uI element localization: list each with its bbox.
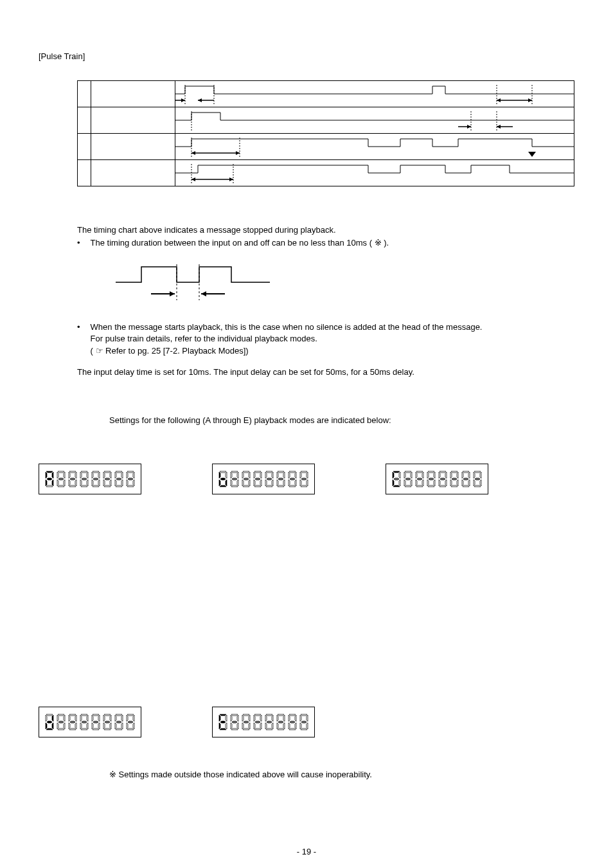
svg-marker-189 <box>463 471 469 473</box>
svg-marker-96 <box>219 472 220 478</box>
svg-marker-271 <box>231 715 232 721</box>
svg-marker-184 <box>457 480 458 486</box>
svg-marker-221 <box>69 723 70 729</box>
svg-marker-282 <box>260 723 262 729</box>
svg-marker-131 <box>277 472 278 478</box>
svg-marker-311 <box>301 728 307 730</box>
svg-marker-87 <box>127 485 134 487</box>
svg-marker-84 <box>127 471 134 473</box>
svg-marker-70 <box>104 471 111 473</box>
svg-marker-81 <box>115 480 116 486</box>
svg-marker-222 <box>69 715 70 721</box>
svg-marker-145 <box>300 472 301 478</box>
svg-marker-163 <box>422 480 423 486</box>
svg-marker-248 <box>116 728 122 730</box>
svg-marker-266 <box>231 714 238 716</box>
svg-marker-263 <box>219 723 220 729</box>
svg-marker-262 <box>220 728 226 730</box>
svg-marker-158 <box>404 480 405 486</box>
svg-marker-220 <box>69 728 76 730</box>
svg-marker-309 <box>306 715 308 721</box>
svg-marker-5 <box>181 98 185 102</box>
svg-marker-286 <box>255 721 260 723</box>
svg-marker-97 <box>220 478 226 480</box>
page-number: - 19 - <box>0 847 613 856</box>
svg-marker-307 <box>290 721 295 723</box>
svg-marker-299 <box>277 715 278 721</box>
svg-marker-132 <box>278 478 283 480</box>
svg-marker-295 <box>283 715 285 721</box>
svg-marker-283 <box>254 728 261 730</box>
svg-marker-147 <box>393 471 400 473</box>
svg-marker-207 <box>46 723 47 729</box>
svg-marker-108 <box>243 485 249 487</box>
svg-marker-199 <box>474 485 481 487</box>
svg-marker-89 <box>127 472 128 478</box>
svg-marker-153 <box>394 478 399 480</box>
timing-chart <box>77 80 574 186</box>
svg-marker-258 <box>128 721 133 723</box>
svg-marker-142 <box>306 480 308 486</box>
svg-marker-53 <box>69 480 70 486</box>
svg-marker-167 <box>417 478 422 480</box>
svg-marker-68 <box>92 472 93 478</box>
svg-marker-183 <box>457 472 458 478</box>
svg-marker-161 <box>416 471 423 473</box>
svg-marker-166 <box>416 472 417 478</box>
svg-marker-227 <box>81 728 87 730</box>
svg-marker-61 <box>80 472 82 478</box>
svg-marker-47 <box>57 472 58 478</box>
svg-marker-246 <box>121 715 123 721</box>
svg-marker-63 <box>93 471 99 473</box>
svg-marker-291 <box>265 723 267 729</box>
svg-marker-218 <box>75 715 76 721</box>
svg-marker-46 <box>57 480 58 486</box>
svg-marker-185 <box>451 485 458 487</box>
section-title: [Pulse Train] <box>39 51 574 61</box>
svg-marker-215 <box>57 715 58 721</box>
bullet-text: ( ☞ Refer to pg. 25 [7-2. Playback Modes… <box>91 345 483 357</box>
svg-marker-55 <box>70 478 75 480</box>
svg-marker-179 <box>439 480 440 486</box>
svg-marker-57 <box>87 472 88 478</box>
svg-marker-94 <box>220 485 226 487</box>
svg-marker-69 <box>93 478 98 480</box>
svg-marker-232 <box>98 715 100 721</box>
svg-marker-143 <box>301 485 307 487</box>
svg-marker-9 <box>497 98 501 102</box>
svg-marker-228 <box>80 723 82 729</box>
svg-marker-243 <box>103 715 105 721</box>
bullet-text: The timing duration between the input on… <box>91 237 389 249</box>
svg-marker-101 <box>231 485 238 487</box>
svg-marker-200 <box>474 480 475 486</box>
svg-marker-15 <box>467 125 471 129</box>
svg-marker-261 <box>226 723 227 729</box>
svg-marker-165 <box>416 480 417 486</box>
svg-marker-111 <box>244 478 249 480</box>
svg-marker-252 <box>127 714 134 716</box>
svg-marker-269 <box>231 728 238 730</box>
svg-marker-313 <box>300 715 301 721</box>
svg-marker-191 <box>468 480 470 486</box>
svg-marker-140 <box>301 471 307 473</box>
svg-marker-134 <box>295 472 296 478</box>
svg-marker-21 <box>191 151 195 155</box>
svg-marker-249 <box>115 723 116 729</box>
svg-marker-265 <box>220 721 226 723</box>
svg-marker-234 <box>93 728 99 730</box>
svg-marker-244 <box>105 721 110 723</box>
svg-marker-73 <box>104 485 111 487</box>
svg-marker-137 <box>289 480 290 486</box>
svg-marker-135 <box>295 480 296 486</box>
svg-marker-224 <box>81 714 87 716</box>
svg-marker-104 <box>232 478 237 480</box>
svg-marker-267 <box>237 715 238 721</box>
svg-marker-139 <box>290 478 295 480</box>
svg-marker-238 <box>104 714 111 716</box>
lcd-display <box>386 464 488 494</box>
svg-marker-277 <box>242 723 244 729</box>
svg-marker-260 <box>226 715 227 721</box>
svg-marker-310 <box>306 723 308 729</box>
svg-marker-164 <box>416 485 423 487</box>
svg-marker-314 <box>301 721 306 723</box>
